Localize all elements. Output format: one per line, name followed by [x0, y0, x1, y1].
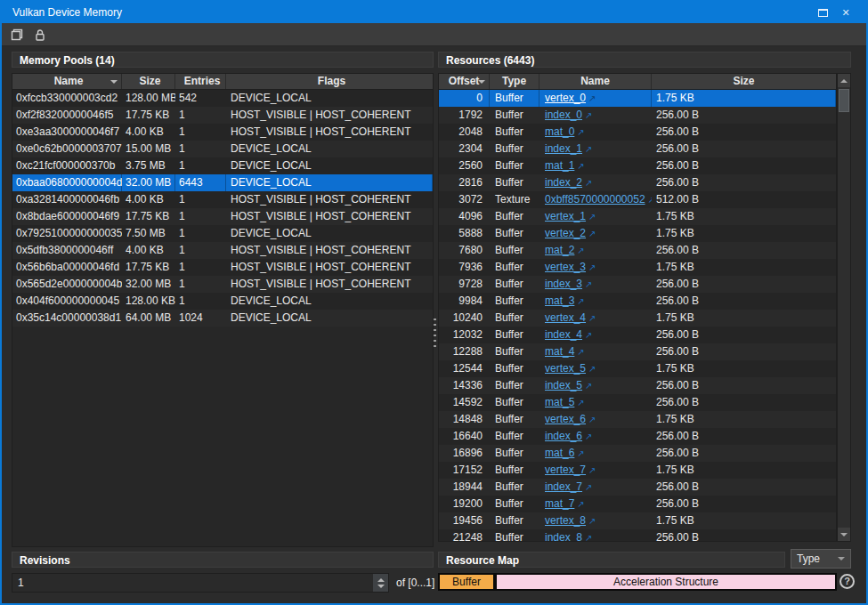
resource-link[interactable]: mat_6	[545, 447, 574, 459]
resource-row[interactable]: 2048Buffermat_0↗256.00 B	[439, 124, 836, 141]
restore-window-button[interactable]	[811, 4, 834, 20]
goto-arrow-icon[interactable]: ↗	[585, 482, 592, 492]
resource-link[interactable]: vertex_5	[545, 362, 586, 375]
resource-row[interactable]: 10240Buffervertex_4↗1.75 KB	[439, 310, 836, 327]
resource-link[interactable]: index_5	[545, 379, 582, 391]
resource-row[interactable]: 12544Buffervertex_5↗1.75 KB	[439, 360, 836, 377]
resource-link[interactable]: vertex_2	[545, 227, 586, 239]
memory-pool-row[interactable]: 0xfccb330000003cd2128.00 MB542DEVICE_LOC…	[12, 90, 433, 107]
scroll-up-button[interactable]	[838, 74, 850, 87]
resource-row[interactable]: 3072Texture0xbff8570000000052↗512.00 B	[439, 191, 836, 208]
column-header-entries[interactable]: Entries	[175, 74, 226, 89]
resource-row[interactable]: 19200Buffermat_7↗256.00 B	[439, 496, 836, 512]
resource-map-segment-buffer[interactable]: Buffer	[438, 573, 495, 591]
resource-row[interactable]: 16896Buffermat_6↗256.00 B	[439, 445, 836, 462]
resource-row[interactable]: 0Buffervertex_0↗1.75 KB	[439, 90, 836, 107]
column-header-flags[interactable]: Flags	[226, 74, 433, 89]
memory-pool-row[interactable]: 0x8bdae600000046f917.75 KB1HOST_VISIBLE …	[12, 208, 433, 225]
goto-arrow-icon[interactable]: ↗	[585, 279, 592, 289]
resource-row[interactable]: 2816Bufferindex_2↗256.00 B	[439, 174, 836, 191]
column-header-resource-name[interactable]: Name	[539, 74, 652, 89]
resource-row[interactable]: 14848Buffervertex_6↗1.75 KB	[439, 411, 836, 428]
resource-link[interactable]: index_6	[545, 430, 582, 442]
column-header-resource-size[interactable]: Size	[652, 74, 836, 89]
goto-arrow-icon[interactable]: ↗	[585, 432, 592, 441]
resource-row[interactable]: 14336Bufferindex_5↗256.00 B	[439, 377, 836, 394]
resource-link[interactable]: index_4	[545, 328, 582, 341]
resource-row[interactable]: 7680Buffermat_2↗256.00 B	[439, 242, 836, 259]
resource-link[interactable]: mat_4	[545, 345, 574, 358]
resource-link[interactable]: mat_5	[545, 396, 574, 408]
resource-link[interactable]: vertex_6	[545, 413, 586, 425]
resource-link[interactable]: vertex_0	[545, 92, 586, 104]
resource-link[interactable]: vertex_3	[545, 261, 586, 273]
resource-link[interactable]: mat_0	[545, 125, 574, 138]
resource-link[interactable]: index_1	[545, 142, 582, 155]
goto-arrow-icon[interactable]: ↗	[588, 415, 596, 424]
resource-row[interactable]: 12288Buffermat_4↗256.00 B	[439, 343, 836, 360]
goto-arrow-icon[interactable]: ↗	[577, 448, 584, 458]
resource-row[interactable]: 17152Buffervertex_7↗1.75 KB	[439, 462, 836, 479]
resource-row[interactable]: 1792Bufferindex_0↗256.00 B	[439, 107, 836, 124]
resource-row[interactable]: 16640Bufferindex_6↗256.00 B	[439, 428, 836, 445]
resource-row[interactable]: 2304Bufferindex_1↗256.00 B	[439, 141, 836, 157]
goto-arrow-icon[interactable]: ↗	[588, 516, 596, 526]
help-button[interactable]: ?	[840, 574, 855, 589]
spin-down-button[interactable]	[377, 585, 385, 588]
resource-link[interactable]: 0xbff8570000000052	[545, 193, 645, 206]
resource-map-segment-acceleration-structure[interactable]: Acceleration Structure	[495, 573, 837, 591]
resource-link[interactable]: index_8	[545, 531, 582, 542]
memory-pool-row[interactable]: 0x5dfb3800000046ff4.00 KB1HOST_VISIBLE |…	[12, 242, 433, 259]
resource-link[interactable]: vertex_4	[545, 311, 586, 324]
goto-arrow-icon[interactable]: ↗	[585, 144, 592, 154]
goto-arrow-icon[interactable]: ↗	[588, 313, 596, 323]
resource-link[interactable]: index_2	[545, 176, 582, 189]
scrollbar-track[interactable]	[838, 87, 850, 528]
goto-arrow-icon[interactable]: ↗	[577, 499, 584, 509]
resource-row[interactable]: 21248Bufferindex_8↗256.00 B	[439, 529, 836, 542]
goto-arrow-icon[interactable]: ↗	[585, 110, 592, 120]
goto-arrow-icon[interactable]: ↗	[577, 127, 584, 137]
resource-row[interactable]: 9984Buffermat_3↗256.00 B	[439, 293, 836, 310]
memory-pool-row[interactable]: 0xe0c62b000000370715.00 MB1DEVICE_LOCAL	[12, 141, 433, 157]
resource-link[interactable]: index_7	[545, 480, 582, 493]
resource-row[interactable]: 4096Buffervertex_1↗1.75 KB	[439, 208, 836, 225]
memory-pool-row[interactable]: 0xbaa068000000004d32.00 MB6443DEVICE_LOC…	[12, 174, 433, 191]
column-header-size[interactable]: Size	[122, 74, 175, 89]
goto-arrow-icon[interactable]: ↗	[577, 161, 584, 171]
close-window-button[interactable]: ✕	[834, 4, 857, 20]
resource-map-mode-dropdown[interactable]: Type	[791, 549, 851, 569]
title-bar[interactable]: Vulkan Device Memory ✕	[2, 2, 866, 23]
lock-button[interactable]	[28, 25, 52, 44]
goto-arrow-icon[interactable]: ↗	[585, 381, 592, 391]
goto-arrow-icon[interactable]: ↗	[585, 533, 592, 542]
goto-arrow-icon[interactable]: ↗	[588, 465, 596, 475]
resource-link[interactable]: mat_1	[545, 159, 574, 172]
spin-up-button[interactable]	[377, 578, 385, 582]
scrollbar-thumb[interactable]	[839, 89, 849, 112]
column-header-offset[interactable]: Offset	[439, 74, 490, 89]
column-header-type[interactable]: Type	[490, 74, 539, 89]
memory-pool-row[interactable]: 0xc21fcf000000370b3.75 MB1DEVICE_LOCAL	[12, 157, 433, 174]
resource-row[interactable]: 14592Buffermat_5↗256.00 B	[439, 394, 836, 411]
panel-splitter-handle[interactable]	[434, 319, 436, 349]
resource-link[interactable]: vertex_8	[545, 514, 586, 527]
resource-link[interactable]: index_3	[545, 278, 582, 290]
resource-link[interactable]: mat_2	[545, 244, 574, 256]
resource-row[interactable]: 12032Bufferindex_4↗256.00 B	[439, 327, 836, 343]
resource-row[interactable]: 5888Buffervertex_2↗1.75 KB	[439, 225, 836, 242]
memory-pool-row[interactable]: 0xa3281400000046fb4.00 KB1HOST_VISIBLE |…	[12, 191, 433, 208]
goto-arrow-icon[interactable]: ↗	[585, 330, 592, 340]
goto-arrow-icon[interactable]: ↗	[588, 262, 596, 272]
goto-arrow-icon[interactable]: ↗	[588, 364, 596, 374]
goto-arrow-icon[interactable]: ↗	[577, 246, 584, 255]
scroll-down-button[interactable]	[838, 528, 850, 541]
resource-link[interactable]: index_0	[545, 109, 582, 121]
resource-link[interactable]: vertex_7	[545, 464, 586, 476]
resource-row[interactable]: 18944Bufferindex_7↗256.00 B	[439, 479, 836, 496]
resources-scrollbar[interactable]	[837, 73, 851, 542]
memory-pool-row[interactable]: 0x35c14c00000038d164.00 MB1024DEVICE_LOC…	[12, 310, 433, 327]
goto-arrow-icon[interactable]: ↗	[588, 229, 596, 238]
duplicate-panel-button[interactable]	[5, 25, 28, 44]
memory-pool-row[interactable]: 0x56b6ba00000046fd17.75 KB1HOST_VISIBLE …	[12, 259, 433, 276]
